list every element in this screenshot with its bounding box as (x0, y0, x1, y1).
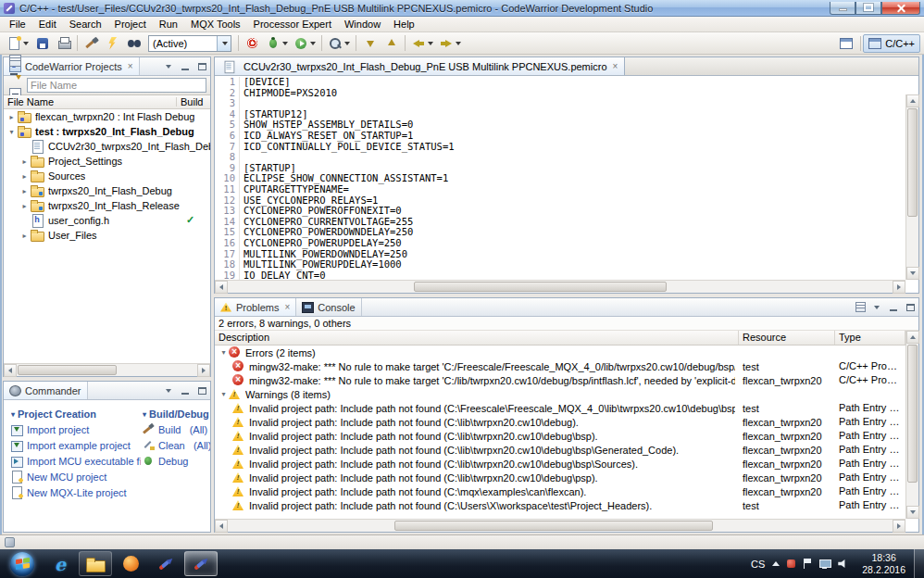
maximize-view-icon[interactable] (904, 301, 917, 314)
commander-import-project[interactable]: Import project (11, 421, 141, 437)
new-button[interactable] (4, 33, 31, 54)
commander-import-example-project[interactable]: Import example project (11, 437, 141, 453)
close-view-icon[interactable]: × (284, 302, 290, 312)
taskbar-explorer-button[interactable] (79, 551, 112, 576)
column-resource[interactable]: Resource (739, 331, 835, 345)
show-desktop-button[interactable] (914, 549, 924, 578)
maximize-view-icon[interactable] (195, 60, 208, 73)
start-button[interactable] (6, 549, 39, 578)
menu-project[interactable]: Project (108, 18, 153, 31)
forward-button[interactable] (436, 33, 464, 54)
commander-debug[interactable]: Debug (143, 453, 210, 469)
scroll-left-icon[interactable] (215, 281, 228, 294)
tree-item-sources[interactable]: ▸Sources (4, 169, 210, 183)
scroll-thumb[interactable] (907, 108, 918, 217)
commander-new-mcu-project[interactable]: New MCU project (11, 469, 141, 484)
search-symbols-button[interactable] (123, 33, 144, 54)
search-button[interactable] (325, 33, 353, 54)
tree-item-user-files[interactable]: ▸User_Files (4, 228, 210, 243)
problem-row[interactable]: mingw32-make: *** No rule to make target… (215, 359, 905, 373)
open-perspective-button[interactable] (834, 34, 858, 53)
commander-build-all[interactable]: Build (All) (143, 421, 210, 437)
commander-import-mcu-executable-file[interactable]: Import MCU executable file (11, 453, 141, 469)
problem-row[interactable]: Invalid project path: Include path not f… (215, 401, 905, 415)
code-text[interactable]: [DEVICE]CHIPMODE=PXS2010 [STARTUP12]SHOW… (243, 77, 905, 280)
minimize-button[interactable] (830, 2, 855, 15)
tree-item-flexcan-twrpxn20[interactable]: ▸flexcan_twrpxn20 : Int Flash Debug (4, 109, 210, 124)
expander-icon[interactable]: ▸ (19, 172, 30, 181)
problem-row[interactable]: Invalid project path: Include path not f… (215, 429, 905, 443)
expander-icon[interactable]: ▸ (19, 157, 30, 166)
tab-codewarrior-projects[interactable]: CodeWarrior Projects × (4, 57, 140, 75)
tab-pemicro-file[interactable]: CCUv2r30_twrpxs20_Int_Flash_Debug_PnE US… (215, 57, 625, 75)
scroll-down-icon[interactable] (906, 506, 919, 519)
expander-icon[interactable]: ▾ (219, 390, 229, 398)
taskbar-active-codewarrior-window[interactable] (184, 551, 218, 576)
problems-vscrollbar[interactable] (905, 331, 918, 519)
tree-item-test[interactable]: ▾test : twrpxs20_Int_Flash_Debug (4, 124, 210, 139)
scroll-thumb[interactable] (394, 521, 714, 531)
problem-row[interactable]: Invalid project path: Include path not f… (215, 457, 905, 471)
scroll-thumb[interactable] (907, 345, 918, 483)
file-name-filter-input[interactable] (27, 78, 206, 93)
menu-window[interactable]: Window (338, 18, 387, 31)
view-menu-icon[interactable] (870, 301, 883, 314)
tab-console[interactable]: Console (296, 298, 361, 316)
menu-search[interactable]: Search (63, 18, 108, 31)
run-button[interactable] (291, 33, 318, 54)
debug-button[interactable] (263, 33, 291, 54)
section-collapse-icon[interactable]: ▾ (11, 410, 15, 419)
commander-new-mqx-lite-project[interactable]: New MQX-Lite project (11, 484, 141, 500)
scroll-down-icon[interactable] (906, 267, 919, 280)
tree-item-user-config-h[interactable]: user_config.h✓ (4, 213, 210, 228)
problems-group-errors[interactable]: ▾Errors (2 items) (215, 346, 905, 359)
menu-edit[interactable]: Edit (32, 18, 63, 31)
column-build[interactable]: Build (181, 96, 203, 107)
minimize-view-icon[interactable] (179, 60, 192, 73)
column-type[interactable]: Type (835, 331, 905, 345)
scroll-up-icon[interactable] (906, 331, 919, 344)
commander-clean-all[interactable]: Clean (All) (143, 437, 210, 453)
taskbar-media-app-button[interactable] (114, 551, 147, 576)
problem-row[interactable]: Invalid project path: Include path not f… (215, 498, 905, 512)
menu-file[interactable]: File (3, 18, 32, 31)
tree-item-project-settings[interactable]: ▸Project_Settings (4, 154, 210, 169)
next-annotation-button[interactable] (359, 33, 381, 54)
problems-hscrollbar[interactable] (215, 519, 905, 532)
volume-icon[interactable] (838, 559, 848, 569)
expander-icon[interactable]: ▸ (19, 202, 30, 210)
target-tasks-button[interactable] (242, 33, 263, 54)
build-button[interactable] (81, 33, 102, 54)
tab-commander[interactable]: Commander (4, 382, 88, 399)
problem-row[interactable]: Invalid project path: Include path not f… (215, 484, 905, 498)
tray-clock[interactable]: 18:36 28.2.2016 (855, 552, 912, 575)
close-view-icon[interactable]: × (128, 61, 133, 71)
editor-vscrollbar[interactable] (905, 94, 918, 280)
problems-group-warnings[interactable]: ▾Warnings (8 items) (215, 387, 905, 401)
back-button[interactable] (408, 33, 436, 54)
expander-icon[interactable]: ▸ (19, 232, 30, 240)
action-center-flag-icon[interactable] (803, 559, 812, 569)
flash-programmer-button[interactable] (102, 33, 123, 54)
tab-problems[interactable]: Problems × (215, 298, 296, 316)
projects-hscrollbar[interactable] (4, 363, 210, 376)
editor-hscrollbar[interactable] (215, 280, 905, 293)
taskbar-internet-explorer-button[interactable]: e (44, 551, 77, 576)
menu-help[interactable]: Help (387, 18, 421, 31)
maximize-view-icon[interactable] (195, 384, 208, 397)
previous-annotation-button[interactable] (381, 33, 402, 54)
section-collapse-icon[interactable]: ▾ (143, 410, 146, 419)
editor-body[interactable]: 12345678910111213141516171819 [DEVICE]CH… (215, 76, 918, 293)
scroll-thumb[interactable] (18, 365, 117, 375)
menu-mqx-tools[interactable]: MQX Tools (184, 18, 247, 31)
expander-icon[interactable]: ▸ (6, 113, 17, 121)
menu-run[interactable]: Run (153, 18, 184, 31)
build-config-select[interactable]: (Active) (148, 35, 231, 52)
view-menu-icon[interactable] (162, 60, 175, 73)
problem-row[interactable]: mingw32-make: *** No rule to make target… (215, 373, 905, 387)
menu-processor-expert[interactable]: Processor Expert (247, 18, 338, 31)
save-button[interactable] (31, 33, 53, 54)
tray-language-indicator[interactable]: CS (751, 559, 765, 570)
expander-icon[interactable]: ▸ (19, 187, 30, 195)
tree-item-ccuv2r30-twrpxs20-int-flash-debug-pne[interactable]: CCUv2r30_twrpxs20_Int_Flash_Debug_PnE US… (4, 139, 210, 154)
